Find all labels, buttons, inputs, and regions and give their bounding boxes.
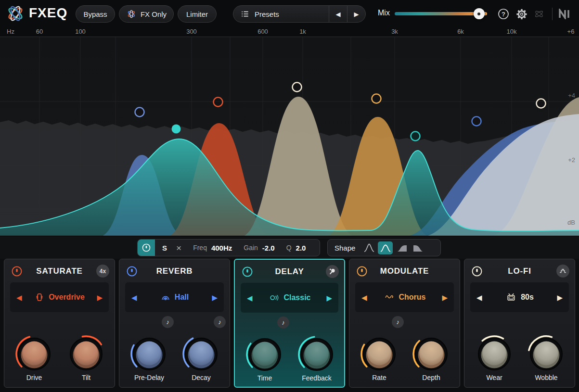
mode-next-button[interactable]: ▶ <box>97 294 103 301</box>
shape-selector-box: Shape <box>327 239 441 256</box>
pingpong-icon[interactable] <box>326 265 339 278</box>
knob-label: Wobble <box>517 374 575 381</box>
knob-label: Decay <box>172 374 230 381</box>
band-power-button[interactable] <box>138 240 155 256</box>
module-mode-selector: ◀Overdrive▶ <box>10 282 109 312</box>
module-card-reverb[interactable]: REVERB◀Hall▶Pre-Delay♪Decay♪ <box>119 259 230 388</box>
freq-label: Freq <box>193 244 207 252</box>
module-card-delay[interactable]: DELAY◀Classic▶Time♪Feedback <box>234 259 345 388</box>
help-button[interactable]: ? <box>498 8 509 20</box>
mode-value[interactable]: Chorus <box>399 293 426 302</box>
eq-node-reverb-low[interactable] <box>135 108 144 117</box>
knob-tilt[interactable] <box>65 333 107 375</box>
mode-value[interactable]: Hall <box>175 293 189 302</box>
mix-slider-handle[interactable] <box>474 8 485 19</box>
tempo-sync-note-button[interactable]: ♪ <box>214 316 226 328</box>
module-mode-selector: ◀Hall▶ <box>125 282 224 312</box>
knob-rate[interactable] <box>359 333 400 375</box>
steps-icon[interactable] <box>556 265 569 278</box>
module-card-saturate[interactable]: SATURATE4x◀Overdrive▶DriveTilt <box>4 259 115 388</box>
overdrive-icon <box>34 292 45 303</box>
band-solo-button[interactable]: S <box>162 244 167 252</box>
shape-bell-button[interactable] <box>378 241 393 254</box>
topbar-divider <box>552 8 553 20</box>
mode-next-button[interactable]: ▶ <box>442 294 448 301</box>
eq-node-delay-high[interactable] <box>411 132 420 141</box>
eq-node-delay-low[interactable] <box>172 125 181 134</box>
mode-prev-button[interactable]: ◀ <box>476 294 482 301</box>
band-delete-button[interactable]: × <box>176 243 181 253</box>
bypass-button[interactable]: Bypass <box>76 5 115 23</box>
knob-feedback[interactable] <box>296 334 337 375</box>
tempo-sync-note-button[interactable]: ♪ <box>277 316 289 329</box>
preset-next-button[interactable]: ▶ <box>347 6 365 22</box>
freq-tick-label: 600 <box>257 28 268 35</box>
preset-prev-button[interactable]: ◀ <box>329 6 347 22</box>
mode-prev-button[interactable]: ◀ <box>16 294 22 301</box>
fx-only-label: FX Only <box>141 10 167 18</box>
hall-icon <box>160 292 171 303</box>
limiter-label: Limiter <box>186 10 208 18</box>
presets-selector[interactable]: Presets ◀ ▶ <box>233 5 366 23</box>
izotope-signature-icon[interactable] <box>533 8 545 20</box>
freq-tick-label: 100 <box>75 28 86 35</box>
mode-prev-button[interactable]: ◀ <box>131 294 137 301</box>
eq-node-lofi-high[interactable] <box>537 99 546 108</box>
module-title: REVERB <box>119 266 230 276</box>
echo-icon <box>268 292 280 303</box>
mode-prev-button[interactable]: ◀ <box>247 294 253 302</box>
knob-drive[interactable] <box>13 333 55 375</box>
settings-gear-button[interactable] <box>516 8 528 20</box>
knob-wear[interactable] <box>474 333 515 375</box>
module-mode-selector: ◀80s▶ <box>470 282 569 312</box>
tv-icon <box>505 292 517 303</box>
mode-value[interactable]: Classic <box>283 293 310 302</box>
knob-label: Drive <box>5 374 63 381</box>
db-label: +2 <box>568 156 575 164</box>
knob-decay[interactable] <box>180 333 222 375</box>
knob-depth[interactable] <box>411 333 452 375</box>
gain-value[interactable]: -2.0 <box>262 244 275 252</box>
mode-value[interactable]: Overdrive <box>49 293 85 302</box>
band-params-box: S × Freq 400Hz Gain -2.0 Q 2.0 <box>137 239 320 256</box>
module-card-lo-fi[interactable]: LO-FI◀80s▶WearWobble <box>464 259 575 388</box>
fx-only-icon <box>126 10 137 18</box>
mode-next-button[interactable]: ▶ <box>326 294 332 302</box>
module-mode-selector: ◀Classic▶ <box>241 283 338 313</box>
limiter-button[interactable]: Limiter <box>178 5 217 23</box>
shape-peak-button[interactable] <box>361 241 376 254</box>
knob-wobble[interactable] <box>526 333 567 375</box>
freq-tick-label: 6k <box>457 28 464 35</box>
db-label: +4 <box>568 92 575 99</box>
eq-node-modulate[interactable] <box>372 94 381 103</box>
shape-high-shelf-button[interactable] <box>411 241 425 254</box>
eq-node-lofi-mid[interactable] <box>293 83 302 92</box>
gain-label: Gain <box>244 244 258 252</box>
fxeq-plugin-window: FXEQ Bypass FX Only Limiter <box>0 0 579 392</box>
mode-next-button[interactable]: ▶ <box>557 294 563 301</box>
freq-value[interactable]: 400Hz <box>211 244 232 252</box>
band-settings-bar: S × Freq 400Hz Gain -2.0 Q 2.0 Shape <box>0 236 579 259</box>
mode-prev-button[interactable]: ◀ <box>361 294 367 301</box>
mode-next-button[interactable]: ▶ <box>212 294 218 301</box>
module-card-modulate[interactable]: MODULATE◀Chorus▶Rate♪Depth <box>349 259 460 388</box>
mode-value[interactable]: 80s <box>521 293 534 302</box>
module-badge[interactable]: 4x <box>96 265 109 278</box>
mix-label: Mix <box>378 9 390 17</box>
q-value[interactable]: 2.0 <box>296 244 306 252</box>
knob-time[interactable] <box>244 334 285 375</box>
fx-only-button[interactable]: FX Only <box>119 5 174 23</box>
app-title: FXEQ <box>29 5 67 21</box>
shape-low-shelf-button[interactable] <box>394 241 409 254</box>
tempo-sync-note-button[interactable]: ♪ <box>162 316 174 328</box>
knob-pre-delay[interactable] <box>129 333 170 375</box>
ni-logo[interactable] <box>557 8 574 20</box>
svg-text:?: ? <box>502 11 505 18</box>
shape-label: Shape <box>335 244 355 252</box>
tempo-sync-note-button[interactable]: ♪ <box>392 316 404 328</box>
eq-node-reverb-high[interactable] <box>472 117 481 126</box>
preset-list-icon <box>240 9 250 19</box>
module-mode-selector: ◀Chorus▶ <box>355 282 454 312</box>
freq-tick-label: 60 <box>36 28 43 35</box>
eq-node-saturate[interactable] <box>214 98 223 107</box>
